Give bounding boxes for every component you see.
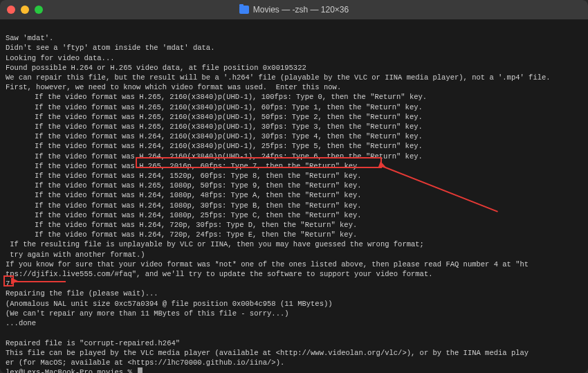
output-line: (Anomalous NAL unit size 0xc57a0394 @ fi… bbox=[6, 300, 333, 308]
terminal-window: Movies — -zsh — 120×36 Saw 'mdat'. Didn'… bbox=[0, 0, 588, 373]
cursor-icon bbox=[138, 367, 143, 373]
user-input-7: 7 bbox=[6, 280, 10, 288]
output-line: Found possible H.264 or H.265 video data… bbox=[6, 64, 306, 72]
window-title: Movies — -zsh — 120×36 bbox=[0, 4, 588, 15]
shell-prompt: lex@Lexs-MacBook-Pro movies % bbox=[6, 368, 136, 373]
output-line: This file can be played by the VLC media… bbox=[6, 349, 529, 357]
format-option-4: If the video format was H.264, 2160(x384… bbox=[6, 131, 582, 141]
output-line: Repairing the file (please wait)... bbox=[6, 289, 158, 298]
format-option-0: If the video format was H.265, 2160(x384… bbox=[6, 92, 582, 102]
format-option-7-prefix: If the video format was bbox=[35, 162, 139, 170]
format-option-A: If the video format was H.264, 1080p, 48… bbox=[6, 190, 582, 200]
output-line: ...done bbox=[6, 319, 36, 327]
output-line: Saw 'mdat'. bbox=[6, 34, 53, 42]
format-option-6: If the video format was H.264, 2160(x384… bbox=[6, 152, 582, 161]
format-option-B: If the video format was H.264, 1080p, 30… bbox=[6, 201, 582, 210]
window-title-text: Movies — -zsh — 120×36 bbox=[253, 4, 349, 15]
format-option-3: If the video format was H.265, 2160(x384… bbox=[6, 122, 582, 131]
folder-icon bbox=[239, 6, 249, 14]
zoom-icon[interactable] bbox=[35, 6, 43, 14]
output-line: er (for MacOS; available at <https://lhc… bbox=[6, 358, 284, 367]
output-line: If you know for sure that your video for… bbox=[6, 260, 529, 269]
format-option-7: If the video format was H.265, 2016p, 60… bbox=[6, 161, 582, 171]
format-option-5: If the video format was H.264, 2160(x384… bbox=[6, 141, 582, 151]
format-option-2: If the video format was H.265, 2160(x384… bbox=[6, 112, 582, 122]
format-option-9: If the video format was H.265, 1080p, 50… bbox=[6, 181, 582, 190]
output-line: We can repair this file, but the result … bbox=[6, 73, 551, 82]
format-option-1: If the video format was H.265, 2160(x384… bbox=[6, 102, 582, 112]
output-line: Repaired file is "corrupt-repaired.h264" bbox=[6, 339, 180, 347]
format-option-D: If the video format was H.264, 720p, 30f… bbox=[6, 220, 582, 230]
format-option-C: If the video format was H.264, 1080p, 25… bbox=[6, 210, 582, 220]
output-line: If the resulting file is unplayable by V… bbox=[6, 240, 424, 248]
terminal-body[interactable]: Saw 'mdat'. Didn't see a 'ftyp' atom ins… bbox=[0, 19, 588, 373]
output-line: try again with another format.) bbox=[6, 251, 145, 259]
output-line: Looking for video data... bbox=[6, 54, 115, 62]
output-line: Didn't see a 'ftyp' atom inside the 'mda… bbox=[6, 44, 214, 52]
format-option-E: If the video format was H.264, 720p, 24f… bbox=[6, 230, 582, 239]
output-line: tps://djifix.live555.com/#faq", and we'l… bbox=[6, 270, 433, 278]
format-option-8: If the video format was H.264, 1520p, 60… bbox=[6, 171, 582, 181]
output-line: (We can't repair any more than 11 MBytes… bbox=[6, 309, 289, 318]
format-option-7-highlight: H.265, 2016p, 60fps: Type 7, then the "R… bbox=[139, 162, 361, 170]
minimize-icon[interactable] bbox=[21, 6, 29, 14]
close-icon[interactable] bbox=[7, 6, 15, 14]
titlebar: Movies — -zsh — 120×36 bbox=[0, 0, 588, 19]
output-line: First, however, we need to know which vi… bbox=[6, 83, 341, 91]
traffic-lights bbox=[7, 6, 43, 14]
